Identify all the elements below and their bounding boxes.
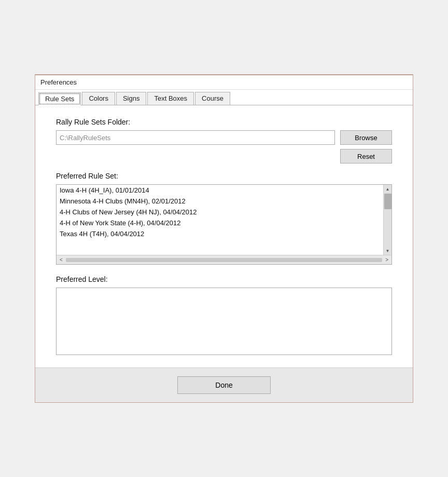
list-item[interactable]: Iowa 4-H (4H_IA), 01/01/2014 [57,185,383,196]
browse-button[interactable]: Browse [340,130,392,145]
list-item[interactable]: Texas 4H (T4H), 04/04/2012 [57,228,383,239]
scroll-thumb [384,194,391,209]
reset-button[interactable]: Reset [340,149,392,163]
ruleset-listbox[interactable]: Iowa 4-H (4H_IA), 01/01/2014 Minnesota 4… [56,184,392,265]
horizontal-scrollbar[interactable]: < > [57,255,391,264]
level-listbox[interactable] [56,288,392,355]
tab-text-boxes[interactable]: Text Boxes [147,92,194,105]
listbox-inner: Iowa 4-H (4H_IA), 01/01/2014 Minnesota 4… [57,185,391,255]
list-item[interactable]: 4-H of New York State (4-H), 04/04/2012 [57,217,383,228]
folder-left [56,130,335,148]
footer: Done [35,367,413,402]
tab-signs[interactable]: Signs [116,92,147,105]
scroll-down-button[interactable]: ▼ [384,247,392,255]
tab-course[interactable]: Course [195,92,230,105]
window-title: Preferences [40,78,77,86]
action-buttons: Browse Reset [340,130,392,163]
done-button[interactable]: Done [177,376,271,394]
title-bar: Preferences [35,75,413,90]
preferred-level-section: Preferred Level: [56,275,392,355]
folder-input[interactable] [56,130,335,145]
tab-colors[interactable]: Colors [82,92,115,105]
folder-section: Browse Reset [56,130,392,163]
listbox-content: Iowa 4-H (4H_IA), 01/01/2014 Minnesota 4… [57,185,383,255]
main-content: Rally Rule Sets Folder: Browse Reset Pre… [35,105,413,367]
preferences-window: Preferences Rule Sets Colors Signs Text … [35,74,413,403]
preferred-ruleset-label: Preferred Rule Set: [56,172,392,180]
vertical-scrollbar[interactable]: ▲ ▼ [383,185,391,255]
preferred-level-label: Preferred Level: [56,275,392,283]
preferred-ruleset-section: Preferred Rule Set: Iowa 4-H (4H_IA), 01… [56,172,392,265]
scroll-left-button[interactable]: < [59,257,64,263]
folder-label: Rally Rule Sets Folder: [56,118,392,126]
scroll-up-button[interactable]: ▲ [384,185,392,193]
tab-bar: Rule Sets Colors Signs Text Boxes Course [35,90,413,105]
tab-rule-sets[interactable]: Rule Sets [38,92,81,105]
h-scroll-track [66,258,382,262]
folder-row [56,130,335,145]
list-item[interactable]: 4-H Clubs of New Jersey (4H NJ), 04/04/2… [57,207,383,217]
scroll-track [384,210,392,247]
scroll-right-button[interactable]: > [384,257,389,263]
list-item[interactable]: Minnesota 4-H Clubs (MN4H), 02/01/2012 [57,196,383,207]
